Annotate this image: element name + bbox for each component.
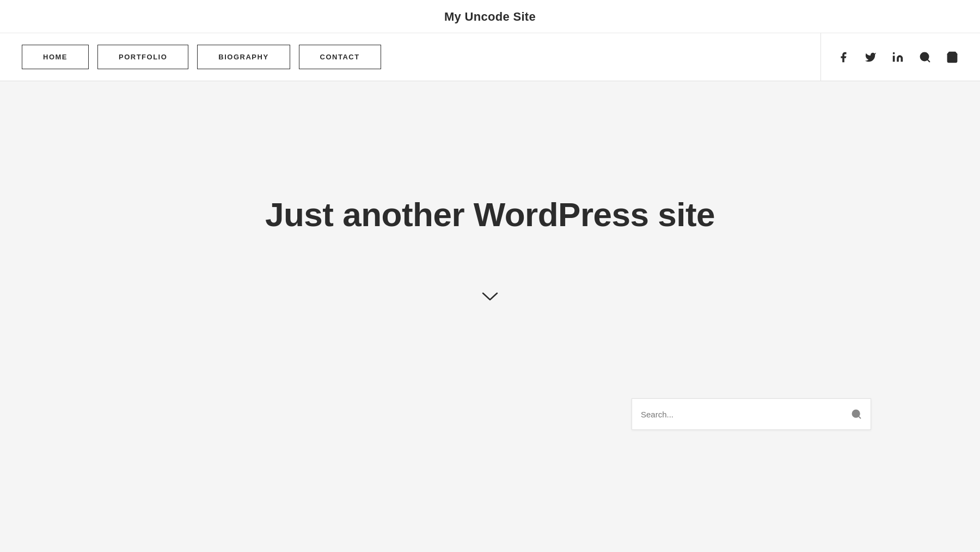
search-widget	[632, 398, 871, 430]
nav-icons	[837, 51, 958, 63]
nav-divider	[820, 33, 821, 81]
search-nav-icon[interactable]	[919, 51, 931, 63]
svg-line-5	[859, 416, 861, 418]
nav-item-home[interactable]: HOME	[22, 45, 89, 69]
svg-point-0	[893, 52, 895, 54]
search-input[interactable]	[641, 410, 851, 419]
hero-heading: Just another WordPress site	[265, 195, 715, 234]
search-submit-icon[interactable]	[851, 409, 862, 420]
nav-menu: HOME PORTFOLIO BIOGRAPHY CONTACT	[22, 45, 804, 69]
site-title: My Uncode Site	[444, 10, 536, 23]
facebook-icon[interactable]	[837, 51, 849, 63]
nav-item-contact[interactable]: CONTACT	[299, 45, 381, 69]
chevron-down-icon[interactable]	[482, 288, 498, 306]
site-title-bar: My Uncode Site	[0, 0, 980, 33]
hero-section: Just another WordPress site	[0, 81, 980, 408]
nav-item-portfolio[interactable]: PORTFOLIO	[97, 45, 188, 69]
cart-icon[interactable]	[946, 51, 958, 63]
linkedin-icon[interactable]	[892, 51, 904, 63]
twitter-icon[interactable]	[865, 51, 877, 63]
nav-bar: HOME PORTFOLIO BIOGRAPHY CONTACT	[0, 33, 980, 81]
svg-line-2	[927, 59, 929, 62]
nav-item-biography[interactable]: BIOGRAPHY	[197, 45, 290, 69]
